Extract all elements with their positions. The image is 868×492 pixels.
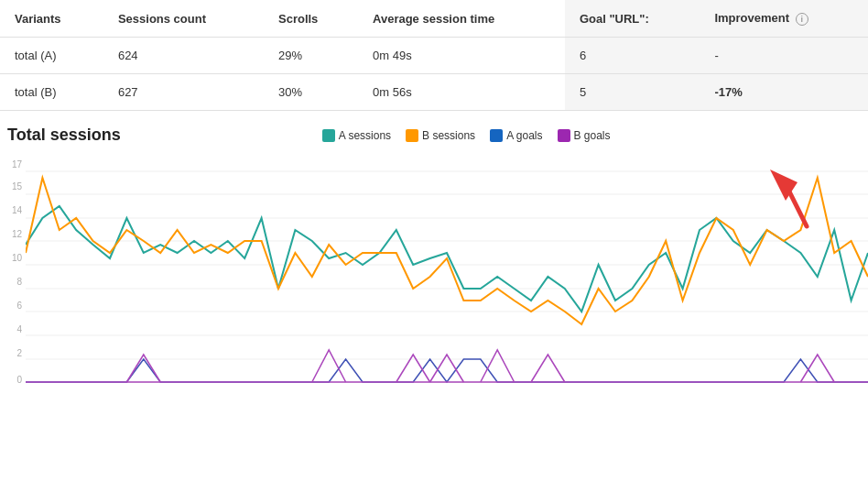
col-header-goal: Goal "URL":: [565, 0, 700, 38]
y-label-6: 6: [16, 301, 22, 311]
legend-a-sessions[interactable]: A sessions: [322, 129, 391, 142]
b-sessions-line: [26, 178, 868, 324]
annotation-arrow: [756, 162, 820, 238]
legend-label-b-sessions: B sessions: [422, 129, 475, 142]
variant-b-improvement: -17%: [700, 74, 868, 111]
legend-b-sessions[interactable]: B sessions: [406, 129, 475, 142]
legend-checkbox-b-goals: [558, 129, 570, 142]
legend-checkbox-a-goals: [490, 129, 503, 142]
variant-b-sessions: 627: [103, 74, 264, 111]
legend-a-goals[interactable]: A goals: [490, 129, 542, 142]
y-label-0: 0: [16, 375, 22, 385]
variant-b-label: total (B): [0, 74, 103, 111]
col-header-sessions: Sessions count: [103, 0, 264, 38]
legend-checkbox-b-sessions: [406, 129, 418, 142]
table-row: total (B) 627 30% 0m 56s 5 -17%: [0, 74, 868, 111]
variant-a-improvement: -: [700, 38, 868, 74]
legend-label-a-sessions: A sessions: [339, 129, 391, 142]
y-label-8: 8: [16, 277, 22, 287]
chart-section: Total sessions A sessions B sessions A g…: [0, 111, 868, 396]
col-header-improvement: Improvement i: [700, 0, 868, 38]
variant-a-sessions: 624: [103, 38, 264, 74]
variant-a-goal: 6: [565, 38, 700, 74]
y-label-12: 12: [12, 229, 22, 239]
y-label-4: 4: [16, 324, 22, 334]
variant-a-avgtime: 0m 49s: [358, 38, 565, 74]
variant-b-goal: 5: [565, 74, 700, 111]
col-header-avg-time: Average session time: [358, 0, 565, 38]
legend-label-b-goals: B goals: [574, 129, 611, 142]
red-arrow-svg: [756, 162, 820, 235]
variant-a-label: total (A): [0, 38, 103, 74]
col-header-variants: Variants: [0, 0, 103, 38]
y-label-17: 17: [12, 159, 22, 169]
legend-label-a-goals: A goals: [506, 129, 542, 142]
variant-a-scrolls: 29%: [264, 38, 358, 74]
y-label-2: 2: [16, 348, 22, 358]
y-label-14: 14: [12, 205, 22, 215]
variant-b-avgtime: 0m 56s: [358, 74, 565, 111]
y-label-10: 10: [12, 253, 22, 263]
chart-legend: A sessions B sessions A goals B goals: [121, 129, 611, 142]
table-row: total (A) 624 29% 0m 49s 6 -: [0, 38, 868, 74]
legend-b-goals[interactable]: B goals: [558, 129, 611, 142]
a-goals-line: [26, 359, 868, 382]
chart-title: Total sessions: [4, 126, 121, 145]
ab-test-table: Variants Sessions count Scrolls Average …: [0, 0, 868, 111]
legend-checkbox-a-sessions: [322, 129, 335, 142]
y-label-15: 15: [12, 181, 22, 191]
improvement-info-icon[interactable]: i: [796, 13, 808, 26]
variant-b-scrolls: 30%: [264, 74, 358, 111]
col-header-scrolls: Scrolls: [264, 0, 358, 38]
chart-svg: [26, 158, 868, 396]
